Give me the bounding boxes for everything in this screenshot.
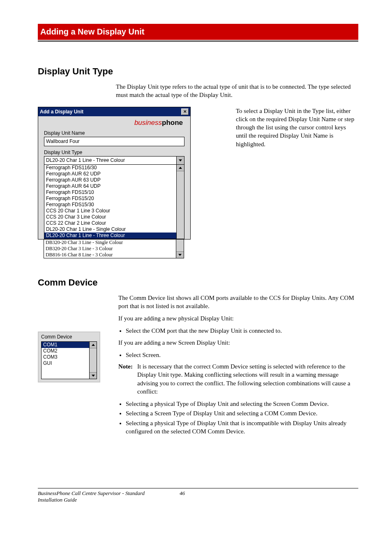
note-label: Note: [118,362,137,396]
list-item[interactable]: Ferrograph FDS15/10 [44,189,176,196]
header-rule [38,41,358,41]
side-instruction: To select a Display Unit in the Type lis… [236,107,358,258]
comm-p2: If you are adding a new physical Display… [118,314,358,322]
intro-paragraph: The Display Unit type refers to the actu… [116,83,358,99]
list-item[interactable]: DB320-20 Char 3 Line - Single Colour [44,240,176,246]
comm-bullet-1: Select the COM port that the new Display… [126,327,358,335]
footer-line1: BusinessPhone Call Centre Supervisor - S… [38,490,192,497]
chevron-down-icon[interactable] [176,156,184,165]
list-item[interactable]: GUI [42,360,89,366]
display-unit-name-label: Display Unit Name [44,130,184,136]
brand-bold: phone [162,119,183,127]
add-display-unit-dialog: Add a Display Unit ✕ businessphone Displ… [38,107,191,240]
scrollbar-track[interactable] [177,171,184,239]
comm-device-listbox[interactable]: COM1 COM2 COM3 GUI [41,341,90,379]
scroll-down-icon[interactable] [90,372,97,379]
list-item-selected[interactable]: DL20-20 Char 1 Line - Three Colour [44,233,176,239]
comm-p1: The Comm Device list shows all COM ports… [118,294,358,311]
conflict-item: Selecting a Screen Type of Display Unit … [126,409,358,417]
display-unit-name-input[interactable]: Wallboard Four [44,137,184,146]
scroll-down-icon[interactable] [176,251,184,258]
conflict-item: Selecting a physical Type of Display Uni… [126,400,358,408]
list-item[interactable]: Ferrograph FDS15/20 [44,196,176,202]
list-item[interactable]: CCS 20 Char 1 Line 3 Colour [44,208,176,214]
section-heading-display-unit-type: Display Unit Type [38,66,358,77]
list-item[interactable]: COM2 [42,348,89,354]
conflict-item: Selecting a physical Type of Display Uni… [126,419,358,436]
dialog-titlebar: Add a Display Unit ✕ [38,107,190,116]
type-listbox[interactable]: Ferrograph FDS116/30 Ferrograph AUR 62 U… [44,165,177,239]
display-unit-type-combo[interactable]: DL20-20 Char 1 Line - Three Colour [44,156,184,165]
page-number: 46 [180,490,204,497]
footer-line2: Installation Guide [38,497,192,503]
list-item[interactable]: Ferrograph AUR 62 UDP [44,171,176,177]
list-item[interactable]: COM3 [42,354,89,360]
list-item[interactable]: DL20-20 Char 1 Line - Single Colour [44,226,176,233]
note-body: It is necessary that the correct Comm De… [137,362,358,396]
list-item[interactable]: Ferrograph AUR 63 UDP [44,177,176,183]
scroll-up-icon[interactable] [90,342,97,348]
overflow-scrollbar[interactable] [176,240,184,258]
list-item[interactable]: Ferrograph AUR 64 UDP [44,183,176,189]
comm-p3: If you are adding a new Screen Display U… [118,339,358,347]
page-header: Adding a New Display Unit [38,24,358,40]
comm-scrollbar[interactable] [90,341,97,379]
list-item[interactable]: Ferrograph FDS116/30 [44,165,176,171]
section-heading-comm-device: Comm Device [38,277,358,288]
close-icon[interactable]: ✕ [181,108,189,115]
list-item-selected[interactable]: COM1 [42,342,89,348]
combo-selected-value: DL20-20 Char 1 Line - Three Colour [44,156,176,165]
dialog-title: Add a Display Unit [40,109,83,115]
listbox-scrollbar[interactable] [177,165,184,239]
list-item[interactable]: DB816-16 Char 8 Line - 3 Colour [44,252,176,258]
comm-device-text: The Comm Device list shows all COM ports… [116,294,358,439]
display-unit-type-label: Display Unit Type [44,150,184,155]
comm-bullet-2: Select Screen. [126,351,358,359]
list-item[interactable]: DB320-20 Char 3 Line - 3 Colour [44,246,176,252]
comm-device-label: Comm Device [41,334,97,340]
list-item[interactable]: Ferrograph FDS15/30 [44,202,176,208]
brand-italic: business [134,119,162,127]
comm-device-panel: Comm Device COM1 COM2 COM3 GUI [38,332,100,382]
brand-logo: businessphone [38,116,190,129]
list-item-empty [42,373,89,379]
list-item[interactable]: CCS 22 Char 2 Line Colour [44,220,176,226]
scroll-up-icon[interactable] [177,165,184,171]
list-item-empty [42,366,89,373]
page-footer: BusinessPhone Call Centre Supervisor - S… [38,488,358,503]
list-item[interactable]: CCS 20 Char 3 Line Colour [44,214,176,220]
